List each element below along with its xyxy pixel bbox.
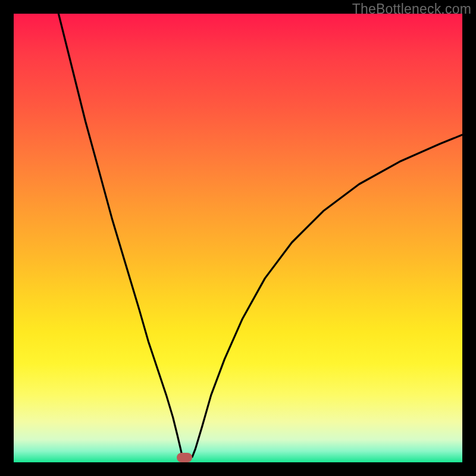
watermark-text: TheBottleneck.com: [352, 1, 471, 17]
outer-frame: TheBottleneck.com: [0, 0, 476, 476]
plot-area: [14, 14, 462, 462]
optimum-marker: [177, 453, 192, 462]
bottleneck-curve: [14, 14, 462, 462]
